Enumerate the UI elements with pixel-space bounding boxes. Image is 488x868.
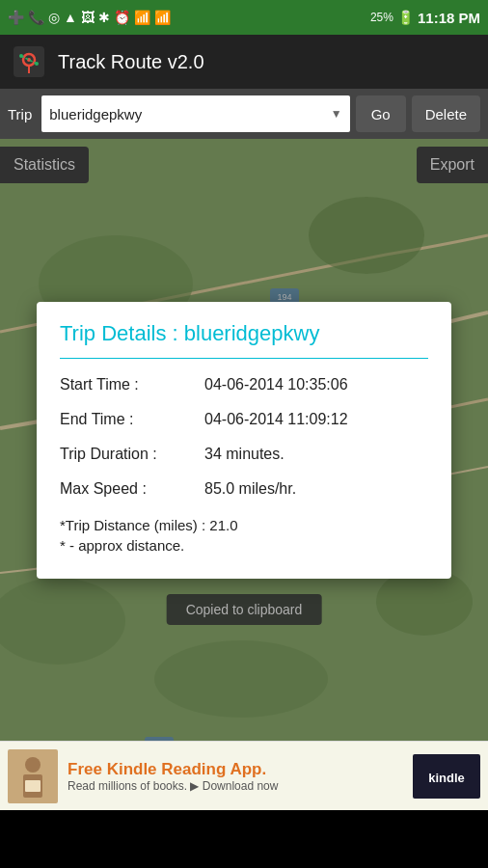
wifi-icon: 📶 xyxy=(134,10,150,25)
start-time-row: Start Time : 04-06-2014 10:35:06 xyxy=(60,376,428,393)
duration-value: 34 minutes. xyxy=(204,446,285,463)
signal-icon: 📶 xyxy=(154,10,171,25)
distance-note-text: *Trip Distance (miles) : 21.0 xyxy=(60,515,428,535)
end-time-label: End Time : xyxy=(60,411,204,428)
modal-divider xyxy=(60,358,428,359)
status-time: 11:18 PM xyxy=(418,10,480,26)
trip-selector-text: blueridgepkwy xyxy=(49,106,142,122)
app-title: Track Route v2.0 xyxy=(58,51,204,73)
ad-kindle-badge[interactable]: kindle xyxy=(413,754,480,799)
max-speed-value: 85.0 miles/hr. xyxy=(204,480,296,498)
svg-text:kindle: kindle xyxy=(428,771,465,785)
end-time-row: End Time : 04-06-2014 11:09:12 xyxy=(60,411,428,428)
duration-row: Trip Duration : 34 minutes. xyxy=(60,446,428,463)
status-icons-right: 25% 🔋 11:18 PM xyxy=(370,10,480,26)
add-icon: ➕ xyxy=(8,10,24,25)
map-area: 194 321 221 Statistics Export Trip Detai… xyxy=(0,139,488,741)
go-button[interactable]: Go xyxy=(356,95,406,132)
ad-title: Free Kindle Reading App. xyxy=(68,760,403,779)
nav-icon: ▲ xyxy=(64,10,77,25)
alarm-icon: ⏰ xyxy=(114,10,130,25)
phone-icon: 📞 xyxy=(28,10,44,25)
battery-icon: 🔋 xyxy=(397,10,414,25)
trip-details-modal: Trip Details : blueridgepkwy Start Time … xyxy=(37,302,451,579)
delete-button[interactable]: Delete xyxy=(412,95,480,132)
distance-note: *Trip Distance (miles) : 21.0 * - approx… xyxy=(60,515,428,556)
svg-rect-24 xyxy=(25,780,41,792)
app-icon xyxy=(12,44,46,79)
title-bar: Track Route v2.0 xyxy=(0,35,488,89)
svg-point-22 xyxy=(25,757,41,773)
bluetooth-icon: ✱ xyxy=(98,10,110,25)
duration-label: Trip Duration : xyxy=(60,446,204,463)
start-time-label: Start Time : xyxy=(60,376,204,393)
toolbar: Trip blueridgepkwy ▼ Go Delete xyxy=(0,89,488,139)
ad-text-block: Free Kindle Reading App. Read millions o… xyxy=(68,760,403,793)
max-speed-row: Max Speed : 85.0 miles/hr. xyxy=(60,480,428,498)
status-bar: ➕ 📞 ◎ ▲ 🖼 ✱ ⏰ 📶 📶 25% 🔋 11:18 PM xyxy=(0,0,488,35)
status-icons-left: ➕ 📞 ◎ ▲ 🖼 ✱ ⏰ 📶 📶 xyxy=(8,10,171,25)
ad-banner[interactable]: Free Kindle Reading App. Read millions o… xyxy=(0,741,488,810)
location-icon: ◎ xyxy=(48,10,60,25)
image-icon: 🖼 xyxy=(81,10,95,25)
ad-subtitle: Read millions of books. ▶ Download now xyxy=(68,779,403,793)
distance-sub-note-text: * - approx distance. xyxy=(60,535,428,556)
max-speed-label: Max Speed : xyxy=(60,480,204,498)
trip-label: Trip xyxy=(8,106,32,122)
end-time-value: 04-06-2014 11:09:12 xyxy=(204,411,348,428)
trip-selector[interactable]: blueridgepkwy ▼ xyxy=(41,95,349,132)
ad-image xyxy=(8,749,58,803)
modal-overlay[interactable]: Trip Details : blueridgepkwy Start Time … xyxy=(0,139,488,741)
modal-title: Trip Details : blueridgepkwy xyxy=(60,321,428,346)
battery-level: 25% xyxy=(370,11,393,24)
chevron-down-icon: ▼ xyxy=(331,107,342,121)
start-time-value: 04-06-2014 10:35:06 xyxy=(204,376,348,393)
